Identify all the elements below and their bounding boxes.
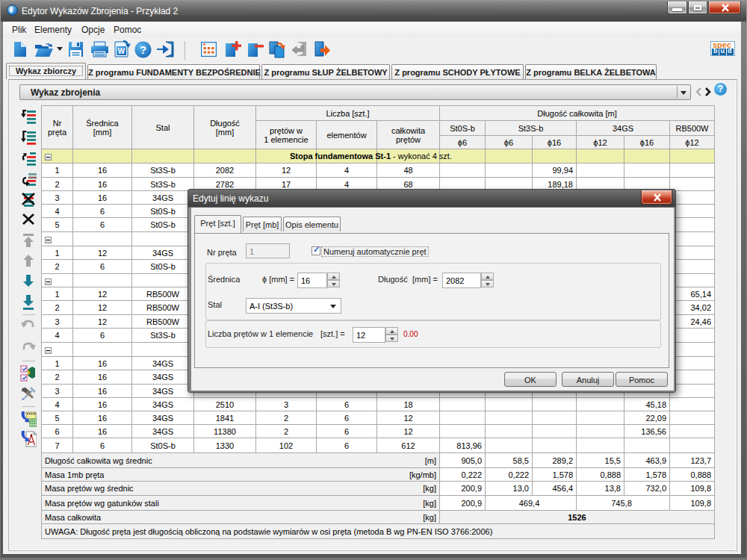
svg-text:W: W	[118, 47, 125, 55]
svg-text:?: ?	[140, 43, 146, 56]
